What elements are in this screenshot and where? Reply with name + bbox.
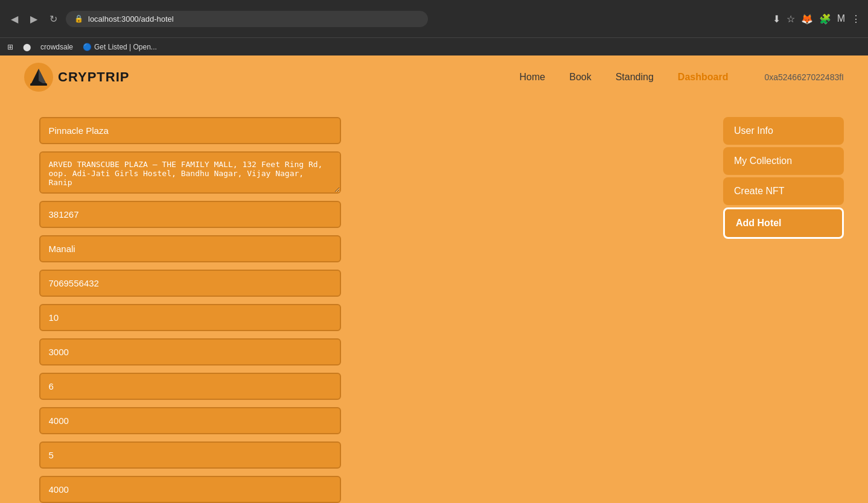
sidebar-item-add-hotel[interactable]: Add Hotel [723, 207, 844, 239]
getlisted-label: Get Listed | Open... [94, 43, 157, 51]
extension-icon[interactable]: 🦊 [801, 13, 813, 25]
menu-icon[interactable]: ⋮ [851, 13, 861, 25]
price-input[interactable] [39, 338, 341, 365]
rooms-input[interactable] [39, 304, 341, 331]
github-icon: ⬤ [23, 43, 31, 51]
sidebar-item-create-nft[interactable]: Create NFT [723, 177, 844, 205]
nav-standing[interactable]: Standing [616, 72, 654, 83]
getlisted-dot: 🔵 [83, 43, 92, 51]
center-spacer [374, 111, 705, 503]
lock-icon: 🔒 [74, 14, 83, 23]
sidebar-item-user-info[interactable]: User Info [723, 117, 844, 145]
star-icon[interactable]: ☆ [787, 13, 795, 25]
logo-area: CRYPTRIP [24, 63, 129, 92]
main-content: ARVED TRANSCUBE PLAZA – THE FAMILY MALL,… [0, 99, 868, 503]
form-area: ARVED TRANSCUBE PLAZA – THE FAMILY MALL,… [24, 111, 356, 503]
bookmark-apps[interactable]: ⊞ [7, 43, 13, 51]
svg-rect-3 [30, 83, 47, 86]
url-bar[interactable]: 🔒 localhost:3000/add-hotel [66, 11, 428, 27]
hotel-name-input[interactable] [39, 117, 341, 144]
nav-links: Home Book Standing Dashboard 0xa52466270… [520, 72, 844, 83]
refresh-button[interactable]: ↻ [46, 11, 61, 27]
apps-icon: ⊞ [7, 43, 13, 51]
account-icon[interactable]: M [837, 13, 845, 24]
phone-input[interactable] [39, 270, 341, 297]
field7-input[interactable] [39, 373, 341, 400]
forward-button[interactable]: ▶ [27, 11, 41, 27]
city-input[interactable] [39, 235, 341, 262]
logo-icon [24, 63, 53, 92]
nav-book[interactable]: Book [569, 72, 591, 83]
right-sidebar: User Info My Collection Create NFT Add H… [723, 111, 844, 503]
field10-input[interactable] [39, 476, 341, 503]
puzzle-icon[interactable]: 🧩 [819, 13, 831, 25]
back-button[interactable]: ◀ [7, 11, 22, 27]
pincode-input[interactable] [39, 201, 341, 228]
bookmarks-bar: ⊞ ⬤ crowdsale 🔵 Get Listed | Open... [0, 37, 868, 55]
browser-right-icons: ⬇ ☆ 🦊 🧩 M ⋮ [773, 13, 861, 25]
nav-home[interactable]: Home [520, 72, 546, 83]
download-icon[interactable]: ⬇ [773, 13, 780, 25]
logo-text: CRYPTRIP [58, 69, 129, 85]
crowdsale-label: crowdsale [40, 43, 73, 51]
browser-chrome: ◀ ▶ ↻ 🔒 localhost:3000/add-hotel ⬇ ☆ 🦊 🧩… [0, 0, 868, 37]
app-container: CRYPTRIP Home Book Standing Dashboard 0x… [0, 55, 868, 503]
top-nav: CRYPTRIP Home Book Standing Dashboard 0x… [0, 55, 868, 99]
bookmark-crowdsale[interactable]: crowdsale [40, 43, 73, 51]
bookmark-getlisted[interactable]: 🔵 Get Listed | Open... [83, 43, 157, 51]
address-textarea[interactable]: ARVED TRANSCUBE PLAZA – THE FAMILY MALL,… [39, 151, 341, 194]
field9-input[interactable] [39, 441, 341, 469]
wallet-address: 0xa5246627022483fI [764, 72, 844, 82]
bookmark-github[interactable]: ⬤ [23, 43, 31, 51]
field8-input[interactable] [39, 407, 341, 434]
nav-dashboard[interactable]: Dashboard [678, 72, 729, 83]
sidebar-item-my-collection[interactable]: My Collection [723, 147, 844, 175]
url-text: localhost:3000/add-hotel [88, 14, 174, 24]
